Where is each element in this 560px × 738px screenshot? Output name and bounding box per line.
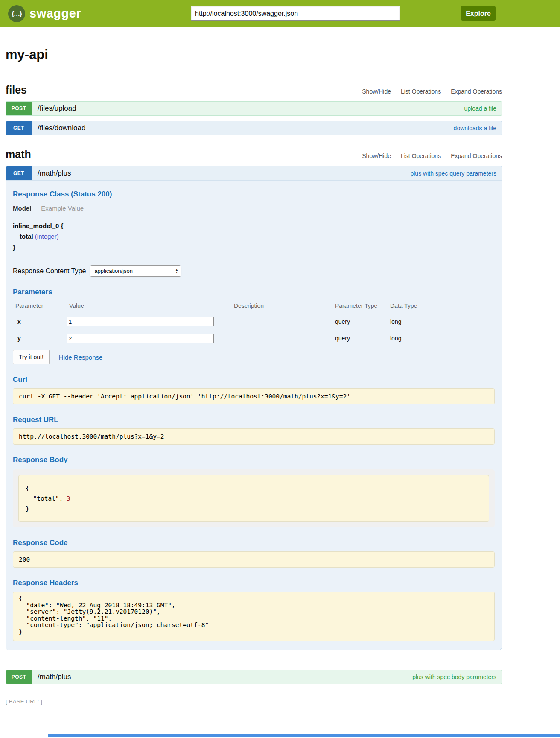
response-code-value: 200 (13, 551, 495, 568)
col-header-parameter: Parameter (13, 300, 67, 313)
operation-summary-link[interactable]: downloads a file (454, 125, 496, 132)
base-url-label: [ BASE URL: ] (6, 698, 502, 705)
table-row: x query long (13, 313, 495, 330)
method-badge-get: GET (6, 166, 32, 180)
model-close-brace: } (13, 242, 495, 252)
section-header-files: files Show/Hide List Operations Expand O… (6, 84, 502, 96)
model-name: inline_model_0 { (13, 220, 495, 231)
signature-tabs: Model Example Value (13, 202, 495, 214)
section-controls-files: Show/Hide List Operations Expand Operati… (362, 88, 502, 95)
operation-row-post-math-plus[interactable]: POST /math/plus plus with spec body para… (6, 670, 502, 684)
section-title-files: files (6, 84, 27, 96)
method-badge-post: POST (6, 102, 32, 115)
model-property-type: (integer) (35, 233, 59, 240)
operation-path-link[interactable]: /math/plus (38, 169, 71, 178)
divider (396, 152, 396, 159)
tab-example-value[interactable]: Example Value (41, 205, 84, 212)
param-type: query (332, 335, 388, 342)
response-content-type-label: Response Content Type (13, 267, 86, 275)
swagger-braces-icon: {…} (8, 5, 25, 22)
swagger-logo-text: swagger (29, 6, 81, 20)
expand-operations-link[interactable]: Expand Operations (451, 152, 502, 159)
parameters-heading: Parameters (13, 288, 495, 296)
response-content-type-select[interactable]: application/json ▲▼ (90, 265, 181, 277)
response-body-heading: Response Body (13, 456, 495, 464)
table-row: y query long (13, 330, 495, 346)
operation-summary-link[interactable]: plus with spec body parameters (412, 674, 496, 680)
expand-operations-link[interactable]: Expand Operations (451, 88, 502, 95)
param-name: x (13, 318, 67, 325)
operation-row-get-files-download[interactable]: GET /files/download downloads a file (6, 121, 502, 135)
col-header-data-type: Data Type (388, 300, 495, 313)
json-number-value: 3 (67, 495, 70, 502)
response-headers-json: { "date": "Wed, 22 Aug 2018 18:49:13 GMT… (13, 592, 495, 641)
spec-url-input[interactable] (191, 6, 400, 21)
param-name: y (13, 335, 67, 342)
response-class-heading: Response Class (Status 200) (13, 190, 495, 199)
operation-expanded-get-math-plus: GET /math/plus plus with spec query para… (6, 166, 502, 650)
request-url-heading: Request URL (13, 416, 495, 424)
request-url-value: http://localhost:3000/math/plus?x=1&y=2 (13, 428, 495, 445)
response-body-container: { "total": 3 } (13, 469, 495, 527)
curl-command: curl -X GET --header 'Accept: applicatio… (13, 388, 495, 404)
method-badge-post: POST (6, 670, 32, 684)
operation-summary-link[interactable]: upload a file (464, 105, 496, 112)
operation-path-link[interactable]: /math/plus (38, 673, 71, 681)
operation-row-get-math-plus[interactable]: GET /math/plus plus with spec query para… (6, 166, 502, 181)
show-hide-link[interactable]: Show/Hide (362, 152, 391, 159)
divider (446, 152, 446, 159)
content-wrap: my-api files Show/Hide List Operations E… (6, 47, 502, 705)
explore-button[interactable]: Explore (461, 6, 496, 21)
col-header-value: Value (67, 300, 231, 313)
operation-path-link[interactable]: /files/upload (38, 104, 76, 113)
parameters-table: Parameter Value Description Parameter Ty… (13, 300, 495, 346)
response-content-type-row: Response Content Type application/json ▲… (13, 265, 495, 277)
parameters-table-header: Parameter Value Description Parameter Ty… (13, 300, 495, 313)
show-hide-link[interactable]: Show/Hide (362, 88, 391, 95)
model-signature: inline_model_0 { total (integer) } (13, 220, 495, 252)
divider (396, 88, 396, 95)
selected-content-type: application/json (94, 268, 133, 274)
actions-row: Try it out! Hide Response (13, 350, 495, 364)
swagger-logo[interactable]: {…} swagger (8, 5, 81, 22)
section-header-math: math Show/Hide List Operations Expand Op… (6, 148, 502, 161)
param-y-value-input[interactable] (67, 334, 214, 343)
api-title: my-api (6, 47, 502, 62)
operation-path-link[interactable]: /files/download (38, 124, 85, 132)
param-x-value-input[interactable] (67, 317, 214, 326)
param-data-type: long (388, 318, 495, 325)
model-property: total (integer) (13, 231, 495, 242)
section-controls-math: Show/Hide List Operations Expand Operati… (362, 152, 502, 159)
list-operations-link[interactable]: List Operations (401, 152, 441, 159)
try-it-out-button[interactable]: Try it out! (13, 350, 50, 364)
response-headers-heading: Response Headers (13, 579, 495, 587)
bottom-blue-bar (48, 734, 560, 737)
response-body-json: { "total": 3 } (18, 475, 489, 522)
method-badge-get: GET (6, 121, 32, 135)
select-arrows-icon: ▲▼ (175, 269, 178, 274)
operation-content: Response Class (Status 200) Model Exampl… (6, 181, 502, 650)
response-code-heading: Response Code (13, 539, 495, 547)
header-bar: {…} swagger Explore (0, 0, 560, 27)
list-operations-link[interactable]: List Operations (401, 88, 441, 95)
operation-row-post-files-upload[interactable]: POST /files/upload upload a file (6, 101, 502, 116)
col-header-parameter-type: Parameter Type (332, 300, 388, 313)
operation-summary-link[interactable]: plus with spec query parameters (410, 170, 496, 177)
col-header-description: Description (231, 300, 332, 313)
curl-heading: Curl (13, 375, 495, 384)
tab-model[interactable]: Model (13, 205, 31, 212)
hide-response-link[interactable]: Hide Response (59, 354, 103, 361)
param-type: query (332, 318, 388, 325)
divider (36, 202, 36, 214)
param-data-type: long (388, 335, 495, 342)
section-title-math: math (6, 148, 31, 161)
divider (446, 88, 446, 95)
